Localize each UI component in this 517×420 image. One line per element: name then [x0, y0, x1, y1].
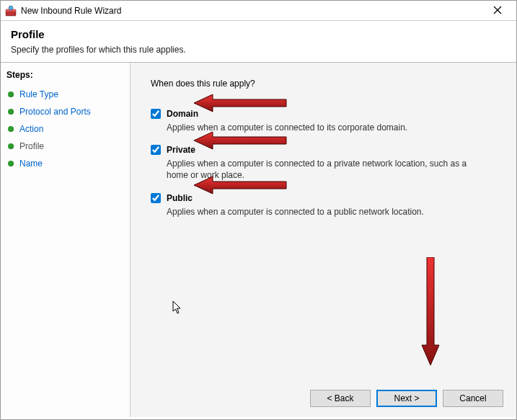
svg-point-2 — [9, 6, 13, 10]
checkbox-public[interactable] — [151, 193, 161, 203]
step-label: Profile — [19, 141, 44, 151]
step-label: Name — [19, 158, 43, 169]
bullet-icon — [8, 109, 14, 115]
window-title: New Inbound Rule Wizard — [21, 6, 483, 16]
next-button[interactable]: Next > — [376, 390, 437, 407]
bullet-icon — [8, 126, 14, 132]
label-public: Public — [167, 193, 193, 203]
annotation-arrow-icon — [420, 257, 441, 367]
firewall-app-icon — [5, 5, 17, 17]
cursor-icon — [172, 300, 184, 318]
step-label: Action — [19, 124, 43, 134]
window-titlebar: New Inbound Rule Wizard — [1, 1, 516, 21]
step-label: Protocol and Ports — [19, 107, 91, 117]
desc-private: Applies when a computer is connected to … — [167, 158, 477, 181]
bullet-icon — [8, 91, 14, 97]
option-private: Private Applies when a computer is conne… — [151, 145, 502, 181]
option-public: Public Applies when a computer is connec… — [151, 193, 502, 218]
steps-sidebar: Steps: Rule Type Protocol and Ports Acti… — [1, 63, 131, 417]
label-domain: Domain — [167, 109, 198, 119]
step-action[interactable]: Action — [6, 120, 124, 138]
checkbox-domain[interactable] — [151, 109, 161, 119]
step-label: Rule Type — [19, 89, 58, 99]
bullet-icon — [8, 161, 14, 166]
main-panel: When does this rule apply? Domain Applie… — [131, 63, 516, 417]
desc-public: Applies when a computer is connected to … — [167, 206, 477, 218]
close-button[interactable] — [483, 5, 512, 17]
step-protocol-and-ports[interactable]: Protocol and Ports — [6, 103, 124, 120]
wizard-body: Steps: Rule Type Protocol and Ports Acti… — [1, 63, 516, 417]
checkbox-private[interactable] — [151, 145, 161, 155]
step-name[interactable]: Name — [6, 155, 124, 172]
desc-domain: Applies when a computer is connected to … — [167, 122, 477, 133]
label-private: Private — [167, 145, 195, 155]
bullet-icon — [8, 143, 14, 149]
step-profile[interactable]: Profile — [6, 138, 124, 155]
page-subtitle: Specify the profiles for which this rule… — [11, 45, 506, 55]
page-title: Profile — [11, 28, 506, 40]
svg-marker-8 — [422, 257, 439, 365]
steps-heading: Steps: — [6, 70, 124, 80]
wizard-button-bar: < Back Next > Cancel — [310, 390, 503, 407]
step-rule-type[interactable]: Rule Type — [6, 86, 124, 103]
option-domain: Domain Applies when a computer is connec… — [151, 109, 502, 133]
rule-apply-question: When does this rule apply? — [151, 79, 502, 89]
back-button[interactable]: < Back — [310, 390, 371, 407]
cancel-button[interactable]: Cancel — [443, 390, 503, 407]
wizard-header: Profile Specify the profiles for which t… — [1, 21, 516, 63]
